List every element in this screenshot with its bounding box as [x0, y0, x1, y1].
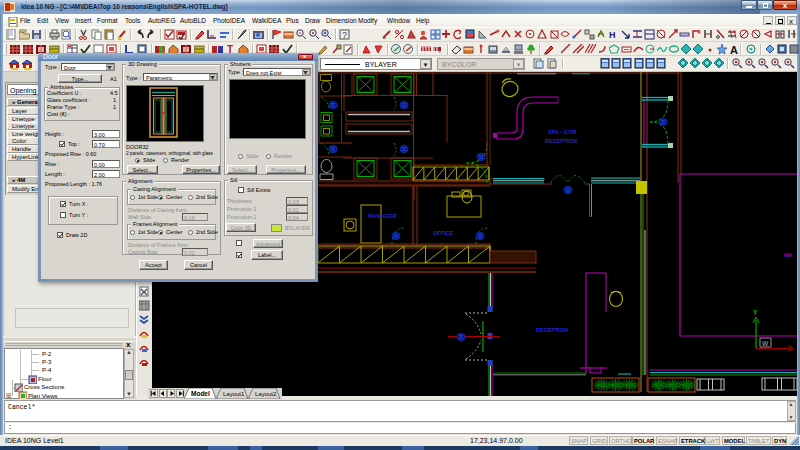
- svg-text:Model: Model: [191, 390, 210, 397]
- svg-text:Layout2: Layout2: [255, 391, 277, 397]
- svg-text:A: A: [730, 44, 738, 55]
- svg-text:Layout1: Layout1: [223, 391, 245, 397]
- svg-text:H: H: [609, 30, 616, 40]
- svg-text:?: ?: [342, 30, 347, 40]
